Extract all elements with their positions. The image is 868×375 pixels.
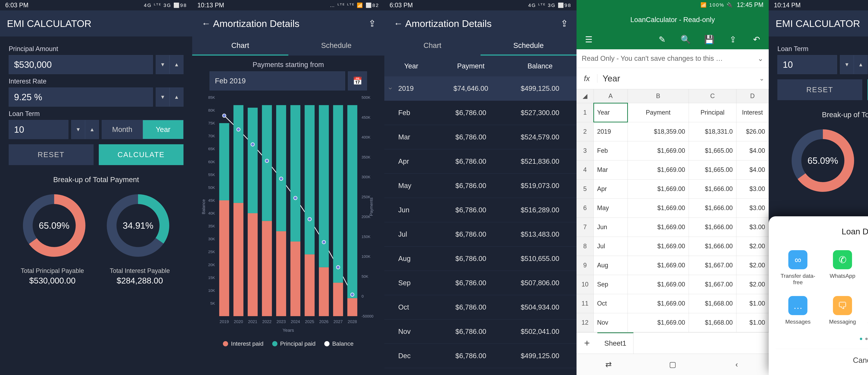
- svg-text:10K: 10K: [208, 288, 215, 293]
- cell-d1[interactable]: Interest: [736, 103, 769, 122]
- term-down-button[interactable]: ▼: [840, 55, 854, 74]
- status-time: 6:03 PM: [390, 2, 413, 9]
- table-row[interactable]: 11Oct$1,669.00$1,668.00$1.00: [577, 294, 769, 313]
- principal-up-button[interactable]: ▲: [169, 55, 184, 74]
- share-option[interactable]: ∞Transfer data-free: [776, 245, 820, 291]
- interest-down-button[interactable]: ▼: [156, 88, 169, 106]
- svg-rect-37: [234, 105, 243, 203]
- tab-schedule[interactable]: Schedule: [288, 36, 384, 56]
- fx-dropdown-icon[interactable]: ⌄: [755, 75, 769, 82]
- sheet-tab[interactable]: Sheet1: [597, 333, 633, 354]
- svg-rect-42: [262, 221, 272, 316]
- schedule-header: Year Payment Balance: [384, 56, 577, 76]
- principal-input[interactable]: $530,000: [9, 55, 153, 74]
- table-row[interactable]: 8Jul$1,669.00$1,666.00$2.00: [577, 237, 769, 256]
- page-title: Amortization Details: [405, 18, 557, 29]
- app-header: EMI CALCULATOR: [769, 10, 868, 36]
- term-input[interactable]: 10: [9, 120, 68, 139]
- svg-text:2021: 2021: [248, 319, 257, 324]
- share-option[interactable]: 📱Share to mobile: [865, 291, 868, 330]
- back-icon[interactable]: ←: [199, 18, 213, 29]
- status-bar: 6:03 PM 4G ᴸᵀᴱ 3G ⬜98: [384, 0, 577, 10]
- undo-icon[interactable]: ↶: [750, 35, 764, 44]
- principal-down-button[interactable]: ▼: [156, 55, 169, 74]
- table-row[interactable]: 4Mar$1,669.00$1,665.00$4.00: [577, 160, 769, 180]
- svg-point-64: [237, 128, 240, 131]
- term-down-button[interactable]: ▼: [71, 120, 85, 139]
- reset-button[interactable]: RESET: [777, 79, 862, 100]
- table-row: Jul$6,786.00$513,483.00: [384, 222, 577, 247]
- table-row[interactable]: 12Nov$1,669.00$1,668.00$1.00: [577, 313, 769, 332]
- nav-back-icon[interactable]: ‹: [705, 354, 769, 375]
- svg-point-68: [294, 196, 297, 200]
- tab-chart[interactable]: Chart: [384, 36, 480, 56]
- table-row[interactable]: 7Jun$1,669.00$1,666.00$3.00: [577, 218, 769, 237]
- svg-text:80K: 80K: [208, 108, 215, 113]
- share-option[interactable]: fFacebook: [865, 245, 868, 291]
- term-up-button[interactable]: ▲: [85, 120, 99, 139]
- term-input[interactable]: 10: [777, 55, 837, 74]
- reset-button[interactable]: RESET: [9, 144, 94, 165]
- share-icon[interactable]: ⇪: [726, 35, 740, 44]
- spreadsheet-grid[interactable]: ◢ A B C D 1 Year Payment Principal Inter…: [577, 89, 769, 332]
- share-icon[interactable]: ⇪: [557, 18, 571, 29]
- table-row[interactable]: 5Apr$1,669.00$1,666.00$3.00: [577, 180, 769, 198]
- tab-schedule[interactable]: Schedule: [480, 36, 577, 56]
- fx-label: fx: [577, 74, 597, 83]
- cancel-button[interactable]: Cancel: [776, 349, 868, 368]
- table-row[interactable]: 2019$74,646.00$499,125.00: [384, 76, 577, 101]
- total-interest-value: $284,288.00: [96, 276, 184, 285]
- table-row[interactable]: 3Feb$1,669.00$1,665.00$4.00: [577, 141, 769, 160]
- table-row[interactable]: 22019$18,359.00$18,331.0$26.00: [577, 122, 769, 141]
- formula-bar[interactable]: fx Year ⌄: [577, 68, 769, 89]
- calculate-button[interactable]: CALCULATE: [867, 79, 868, 100]
- table-row[interactable]: 9Aug$1,669.00$1,667.00$2.00: [577, 256, 769, 275]
- table-row[interactable]: 10Sep$1,669.00$1,667.00$2.00: [577, 275, 769, 294]
- calendar-icon[interactable]: 📅: [348, 71, 367, 90]
- svg-text:2023: 2023: [277, 319, 286, 324]
- donut-principal-pct: 65.09%: [808, 155, 838, 166]
- interest-up-button[interactable]: ▲: [169, 88, 184, 106]
- save-icon[interactable]: 💾: [702, 35, 716, 44]
- nav-recent-icon[interactable]: ⇄: [577, 354, 641, 375]
- readonly-banner[interactable]: Read Only - You can't save changes to th…: [577, 49, 769, 68]
- table-row: Oct$6,786.00$504,934.00: [384, 295, 577, 319]
- toggle-year[interactable]: Year: [143, 120, 184, 139]
- share-option[interactable]: 🗨Messaging: [820, 291, 865, 330]
- cell-c1[interactable]: Principal: [689, 103, 736, 122]
- excel-titlebar: LoanCalculator - Read-only: [577, 10, 769, 30]
- start-date-input[interactable]: Feb 2019: [210, 71, 345, 90]
- status-bar: 📶 100% 🔌 12:45 PM: [577, 0, 769, 10]
- calculate-button[interactable]: CALCULATE: [99, 144, 184, 165]
- row-header[interactable]: 1: [577, 103, 594, 122]
- page-indicator[interactable]: ●●: [776, 330, 868, 349]
- col-header-b[interactable]: B: [628, 89, 689, 103]
- table-row[interactable]: 6May$1,669.00$1,666.00$3.00: [577, 198, 769, 218]
- term-up-button[interactable]: ▲: [854, 55, 868, 74]
- col-header-c[interactable]: C: [689, 89, 736, 103]
- toggle-month[interactable]: Month: [102, 120, 143, 139]
- table-row: Apr$6,786.00$521,836.00: [384, 149, 577, 174]
- add-sheet-button[interactable]: +: [577, 337, 597, 349]
- tab-chart[interactable]: Chart: [192, 36, 288, 56]
- cell-b1[interactable]: Payment: [628, 103, 689, 122]
- share-option[interactable]: …Messages: [776, 291, 820, 330]
- schedule-body[interactable]: 2019$74,646.00$499,125.00Feb$6,786.00$52…: [384, 76, 577, 368]
- col-header-d[interactable]: D: [736, 89, 769, 103]
- share-option[interactable]: ✆WhatsApp: [820, 245, 865, 291]
- term-label: Loan Term: [777, 45, 868, 53]
- menu-icon[interactable]: ☰: [582, 35, 596, 44]
- back-icon[interactable]: ←: [391, 18, 405, 29]
- interest-input[interactable]: 9.25 %: [9, 88, 153, 106]
- chevron-down-icon[interactable]: ⌄: [757, 55, 764, 62]
- status-bar: 10:14 PM … ᴸᵀᴱ ᴸᵀᴱ 📶 ⬜82: [769, 0, 868, 10]
- nav-home-icon[interactable]: ▢: [641, 354, 705, 375]
- search-icon[interactable]: 🔍: [679, 35, 693, 44]
- col-header-a[interactable]: A: [594, 89, 628, 103]
- share-icon[interactable]: ⇪: [365, 18, 379, 29]
- donut-interest-pct: 34.91%: [123, 220, 153, 231]
- pen-icon[interactable]: ✎: [655, 35, 669, 44]
- cell-a1[interactable]: Year: [594, 103, 628, 122]
- fx-value[interactable]: Year: [597, 73, 755, 84]
- select-all-cell[interactable]: ◢: [577, 89, 594, 103]
